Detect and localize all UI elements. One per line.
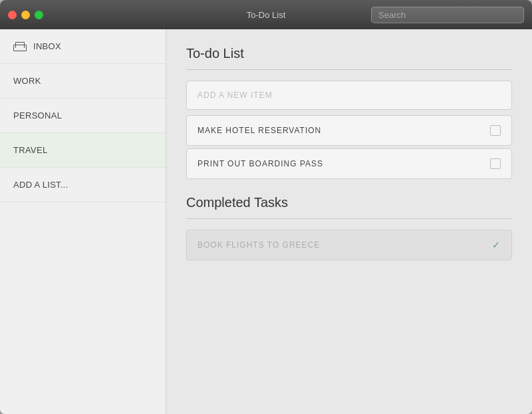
close-button[interactable] bbox=[8, 11, 17, 19]
sidebar-item-label: ADD A LIST... bbox=[13, 180, 68, 190]
todo-checkbox-1[interactable] bbox=[490, 125, 501, 136]
app-window: To-Do List INBOX WORK PERSONAL TRAVEL AD… bbox=[0, 0, 532, 414]
sidebar-item-label: WORK bbox=[13, 76, 41, 86]
todo-item-label: PRINT OUT BOARDING PASS bbox=[198, 159, 323, 168]
todo-item-2[interactable]: PRINT OUT BOARDING PASS bbox=[186, 148, 512, 179]
sidebar-item-label: PERSONAL bbox=[13, 110, 62, 120]
todo-checkbox-2[interactable] bbox=[490, 158, 501, 169]
sidebar-item-inbox[interactable]: INBOX bbox=[0, 29, 166, 64]
app-body: INBOX WORK PERSONAL TRAVEL ADD A LIST...… bbox=[0, 29, 532, 414]
search-input[interactable] bbox=[371, 7, 524, 23]
todo-item-label: MAKE HOTEL RESERVATION bbox=[198, 126, 321, 135]
completed-item-1[interactable]: BOOK FLIGHTS TO GREECE ✓ bbox=[186, 230, 512, 260]
maximize-button[interactable] bbox=[35, 11, 43, 19]
minimize-button[interactable] bbox=[21, 11, 30, 19]
section-title: To-do List bbox=[186, 46, 512, 61]
completed-section: Completed Tasks BOOK FLIGHTS TO GREECE ✓ bbox=[186, 195, 512, 260]
title-bar: To-Do List bbox=[0, 0, 532, 29]
add-item-input[interactable] bbox=[186, 81, 512, 110]
completed-section-title: Completed Tasks bbox=[186, 195, 512, 210]
sidebar-item-label: INBOX bbox=[33, 41, 61, 51]
sidebar-item-label: TRAVEL bbox=[13, 145, 47, 155]
window-controls bbox=[8, 11, 43, 19]
sidebar-item-work[interactable]: WORK bbox=[0, 64, 166, 99]
window-title: To-Do List bbox=[247, 10, 286, 20]
section-divider bbox=[186, 69, 512, 70]
checked-icon: ✓ bbox=[492, 240, 501, 250]
completed-section-divider bbox=[186, 218, 512, 219]
search-bar bbox=[371, 7, 524, 23]
sidebar-item-personal[interactable]: PERSONAL bbox=[0, 99, 166, 133]
sidebar-item-add-list[interactable]: ADD A LIST... bbox=[0, 168, 166, 202]
completed-item-label: BOOK FLIGHTS TO GREECE bbox=[198, 240, 320, 250]
sidebar-item-travel[interactable]: TRAVEL bbox=[0, 133, 166, 168]
sidebar: INBOX WORK PERSONAL TRAVEL ADD A LIST... bbox=[0, 29, 166, 414]
todo-item-1[interactable]: MAKE HOTEL RESERVATION bbox=[186, 115, 512, 146]
inbox-icon bbox=[13, 42, 25, 51]
main-content: To-do List MAKE HOTEL RESERVATION PRINT … bbox=[166, 29, 532, 414]
